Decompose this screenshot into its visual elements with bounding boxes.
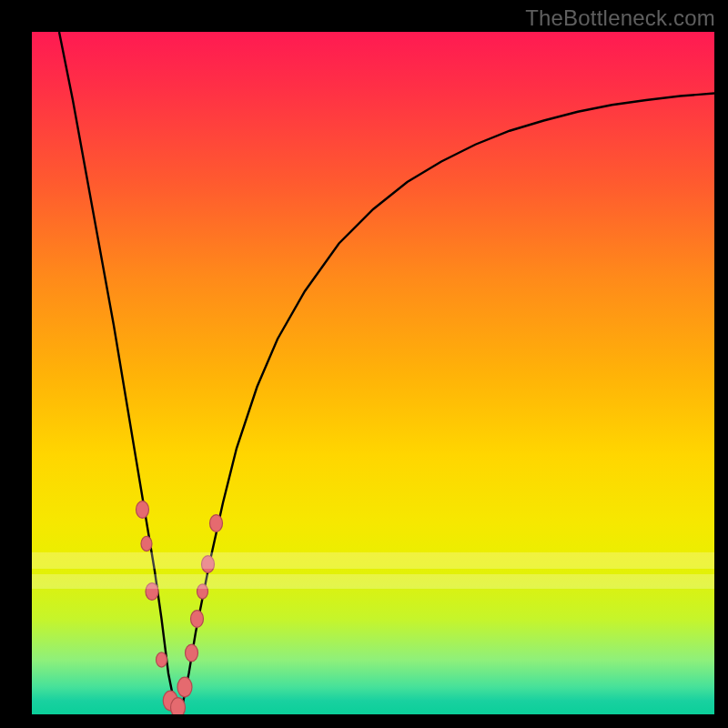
marker-point [136,501,149,519]
plot-area [32,32,714,714]
marker-point [177,677,192,697]
bottleneck-curve [59,32,714,708]
haze-band-2 [32,574,714,589]
watermark-text: TheBottleneck.com [525,5,715,31]
chart-svg [32,32,714,714]
marker-point [186,644,198,662]
marker-point [141,536,152,551]
marker-point [171,698,186,714]
marker-point [191,611,204,628]
haze-band-1 [32,552,714,569]
chart-frame: TheBottleneck.com [0,0,728,728]
marker-point [157,652,167,667]
marker-point [210,515,223,532]
